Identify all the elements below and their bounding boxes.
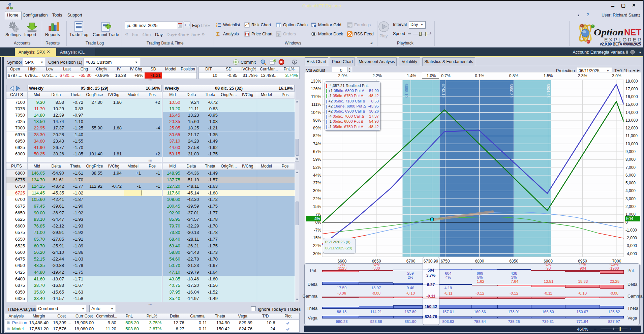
svg-text:Option: Option — [594, 27, 623, 37]
svg-text:v2.0.89 BETA 09/08/2025: v2.0.89 BETA 09/08/2025 — [600, 42, 641, 47]
svg-text:6688.10: 6688.10 — [404, 84, 408, 98]
svg-text:6742.19: 6742.19 — [441, 84, 446, 98]
svg-text:6850.39: 6850.39 — [509, 84, 513, 98]
svg-text:Σ: Σ — [216, 31, 220, 37]
svg-text:NET: NET — [624, 27, 641, 37]
svg-text:6904.48: 6904.48 — [546, 84, 550, 98]
svg-text:$: $ — [277, 32, 280, 37]
